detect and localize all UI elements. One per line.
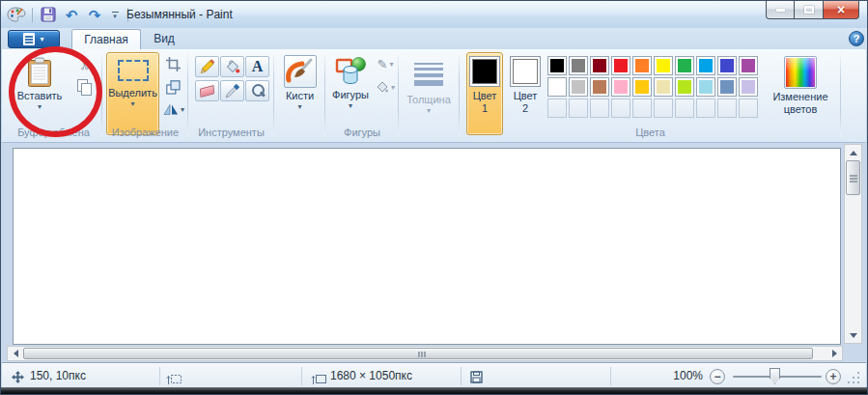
undo-button[interactable]: ↶: [62, 5, 81, 24]
color-palette: [547, 56, 758, 118]
scroll-left-button[interactable]: [9, 347, 22, 360]
size-button[interactable]: Толщина ▾: [404, 52, 454, 135]
resize-grip[interactable]: [848, 372, 860, 384]
palette-swatch[interactable]: [739, 56, 758, 75]
palette-swatch[interactable]: [632, 77, 652, 97]
palette-swatch[interactable]: [611, 77, 630, 97]
color1-swatch: [472, 59, 497, 84]
edit-colors-line1: Изменение: [772, 91, 827, 103]
palette-swatch-empty[interactable]: [547, 99, 567, 118]
group-separator: [840, 54, 841, 137]
palette-swatch[interactable]: [547, 77, 567, 97]
zoom-in-button[interactable]: +: [826, 369, 841, 384]
rainbow-icon: [786, 58, 815, 87]
magnifier-tool-button[interactable]: [245, 80, 269, 101]
shapes-button[interactable]: Фигуры ▾: [328, 52, 373, 135]
brushes-label: Кисти: [286, 90, 314, 102]
zoom-slider-thumb[interactable]: [770, 368, 780, 384]
palette-swatch[interactable]: [654, 77, 673, 97]
resize-icon: [166, 80, 181, 95]
redo-button[interactable]: ↷: [85, 5, 104, 24]
fill-tool-button[interactable]: [220, 56, 244, 77]
palette-swatch-empty[interactable]: [717, 99, 737, 118]
shape-outline-button[interactable]: ✎ ▾: [373, 55, 398, 72]
eyedropper-icon: [225, 83, 240, 99]
palette-swatch[interactable]: [547, 56, 567, 75]
chevron-down-icon: ▾: [427, 107, 431, 115]
paint-app-icon[interactable]: [7, 5, 26, 24]
cursor-position-text: 150, 10пкс: [30, 363, 86, 389]
zoom-out-button[interactable]: −: [710, 369, 725, 384]
brushes-button[interactable]: Кисти ▾: [278, 52, 322, 135]
color2-button[interactable]: Цвет 2: [507, 52, 544, 135]
palette-swatch[interactable]: [717, 56, 737, 75]
palette-swatch[interactable]: [717, 77, 737, 97]
vertical-scrollbar[interactable]: [844, 144, 862, 344]
palette-swatch[interactable]: [675, 77, 694, 97]
chevron-down-icon: ▾: [389, 60, 393, 69]
triangle-down-icon: [850, 333, 857, 338]
palette-swatch[interactable]: [696, 56, 715, 75]
rotate-button[interactable]: ▾: [159, 100, 188, 118]
palette-swatch-empty[interactable]: [569, 99, 588, 118]
scroll-right-button[interactable]: [827, 347, 841, 360]
vertical-scroll-thumb[interactable]: [846, 160, 860, 195]
maximize-button[interactable]: [795, 1, 824, 19]
resize-button[interactable]: [161, 77, 184, 97]
crop-button[interactable]: [161, 54, 184, 73]
eraser-tool-button[interactable]: [195, 80, 219, 101]
palette-swatch-empty[interactable]: [739, 99, 758, 118]
text-tool-button[interactable]: A: [245, 56, 269, 77]
horizontal-scrollbar[interactable]: [7, 346, 843, 361]
palette-swatch[interactable]: [569, 56, 588, 75]
edit-colors-button[interactable]: Изменение цветов: [765, 52, 836, 135]
color2-frame: [510, 56, 541, 87]
palette-swatch-empty[interactable]: [654, 99, 673, 118]
palette-swatch-empty[interactable]: [611, 99, 630, 118]
palette-swatch-empty[interactable]: [696, 99, 715, 118]
palette-swatch[interactable]: [590, 77, 609, 97]
qat-customize-button[interactable]: ▾: [108, 12, 122, 18]
palette-swatch[interactable]: [611, 56, 630, 75]
palette-swatch-empty[interactable]: [675, 99, 694, 118]
color1-num: 1: [482, 102, 488, 115]
drawing-canvas[interactable]: [13, 148, 841, 345]
pencil-tool-button[interactable]: [195, 56, 219, 77]
outline-pencil-icon: ✎: [378, 58, 388, 71]
paint-bucket-icon: [225, 59, 240, 74]
redo-icon: ↷: [89, 8, 101, 22]
close-button[interactable]: ×: [824, 1, 859, 19]
tab-view[interactable]: Вид: [142, 29, 186, 49]
close-icon: ×: [837, 3, 845, 16]
save-button[interactable]: [39, 5, 58, 24]
eyedropper-tool-button[interactable]: [220, 80, 244, 101]
palette-swatch[interactable]: [569, 77, 588, 97]
chevron-down-icon: ▾: [113, 14, 117, 18]
horizontal-scroll-thumb[interactable]: [23, 348, 813, 359]
minimize-button[interactable]: [766, 1, 795, 19]
shapes-icon: [335, 56, 366, 87]
palette-swatch[interactable]: [675, 56, 694, 75]
tab-home[interactable]: Главная: [71, 29, 141, 49]
window-title: Безымянный - Paint: [126, 1, 233, 28]
palette-swatch[interactable]: [739, 77, 758, 97]
group-separator: [398, 54, 399, 137]
triangle-right-icon: [832, 350, 837, 357]
edit-colors-line2: цветов: [784, 103, 818, 116]
palette-swatch[interactable]: [590, 56, 609, 75]
palette-swatch[interactable]: [696, 77, 715, 97]
scroll-down-button[interactable]: [845, 328, 861, 342]
select-button[interactable]: Выделить ▾: [106, 52, 159, 135]
shape-fill-button[interactable]: ▾: [373, 78, 398, 96]
palette-swatch-empty[interactable]: [590, 99, 609, 118]
chevron-down-icon: ▾: [40, 36, 43, 43]
palette-swatch[interactable]: [632, 56, 652, 75]
group-separator: [273, 54, 274, 137]
scroll-up-button[interactable]: [845, 146, 861, 159]
help-button[interactable]: ?: [849, 31, 864, 46]
help-icon: ?: [854, 33, 860, 44]
palette-swatch[interactable]: [654, 56, 673, 75]
window-controls: ×: [766, 1, 859, 19]
color1-button[interactable]: Цвет 1: [466, 52, 503, 135]
palette-swatch-empty[interactable]: [632, 99, 652, 118]
